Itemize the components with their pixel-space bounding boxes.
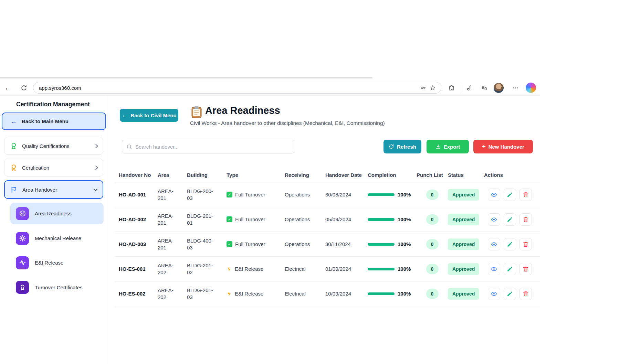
- back-arrow-icon: ←: [11, 118, 17, 125]
- progress-bar: [368, 268, 395, 270]
- export-button[interactable]: Export: [427, 140, 469, 153]
- type-label: E&I Release: [235, 266, 263, 272]
- punch-list-cell: 0: [417, 239, 448, 249]
- screen: ← app.syros360.com Certi: [0, 0, 641, 364]
- sidebar-item-area-handover[interactable]: Area Handover: [4, 180, 103, 199]
- status-cell: Approved: [448, 214, 484, 225]
- sidebar-subitem-label: Mechanical Release: [35, 235, 81, 241]
- completion-cell: 100%: [368, 290, 417, 297]
- sidebar-subitem-ei-release[interactable]: E&I Release: [10, 253, 104, 272]
- pencil-icon: [507, 266, 513, 272]
- area-cell: AREA-201: [158, 237, 187, 251]
- check-circle-icon: [16, 207, 29, 220]
- column-header-receiving: Receiving: [285, 172, 325, 178]
- sidebar-subitem-label: Area Readiness: [35, 211, 72, 216]
- flag-icon: [10, 186, 18, 193]
- type-label: Full Turnover: [235, 216, 265, 223]
- edit-button[interactable]: [504, 288, 516, 300]
- handover-date-cell: 01/09/2024: [325, 266, 368, 272]
- view-button[interactable]: [488, 189, 500, 201]
- back-arrow-icon: ←: [4, 84, 11, 92]
- view-button[interactable]: [488, 263, 500, 275]
- extensions-button[interactable]: [446, 83, 456, 93]
- receiving-cell: Electrical: [285, 290, 325, 297]
- puzzle-icon: [448, 85, 455, 91]
- search-input[interactable]: [135, 144, 290, 150]
- browser-menu-button[interactable]: [510, 83, 521, 93]
- edit-button[interactable]: [504, 189, 516, 201]
- actions-cell: [484, 288, 540, 300]
- browser-back-button[interactable]: ←: [3, 83, 13, 93]
- handover-no-cell: HO-AD-002: [119, 216, 158, 223]
- delete-button[interactable]: [519, 288, 532, 300]
- browser-reload-button[interactable]: [19, 83, 29, 93]
- completion-cell: 100%: [368, 266, 417, 272]
- column-header-status: Status: [448, 172, 484, 178]
- back-to-main-menu-button[interactable]: ← Back to Main Menu: [2, 113, 106, 130]
- punch-count-badge: 0: [426, 264, 439, 274]
- delete-button[interactable]: [519, 263, 532, 275]
- browser-essentials-button[interactable]: [464, 83, 474, 93]
- column-header-area: Area: [158, 172, 187, 178]
- completion-cell: 100%: [368, 191, 417, 198]
- copilot-icon[interactable]: [526, 83, 536, 93]
- sidebar-subitem-area-readiness[interactable]: Area Readiness: [10, 203, 104, 224]
- punch-list-cell: 0: [417, 190, 448, 200]
- delete-button[interactable]: [519, 238, 532, 250]
- back-to-civil-menu-button[interactable]: ← Back to Civil Menu: [120, 109, 178, 122]
- punch-list-cell: 0: [417, 264, 448, 274]
- eye-icon: [491, 192, 497, 198]
- table-header-row: Handover No Area Building Type Receiving…: [115, 168, 540, 182]
- view-button[interactable]: [488, 288, 500, 300]
- column-header-type: Type: [227, 172, 285, 178]
- favorites-bar-button[interactable]: [479, 83, 490, 93]
- chevron-right-icon: [94, 165, 98, 170]
- type-cell: ✓ Full Turnover: [227, 241, 285, 248]
- view-button[interactable]: [488, 238, 500, 250]
- refresh-label: Refresh: [397, 144, 416, 150]
- handover-no-cell: HO-ES-002: [119, 290, 158, 297]
- refresh-button[interactable]: Refresh: [383, 140, 421, 153]
- type-cell: ✓ Full Turnover: [227, 216, 285, 223]
- type-label: E&I Release: [235, 290, 263, 297]
- sidebar-subitem-mechanical-release[interactable]: Mechanical Release: [10, 228, 104, 248]
- password-key-icon[interactable]: [418, 83, 428, 93]
- trash-icon: [523, 291, 529, 297]
- edit-button[interactable]: [504, 263, 516, 275]
- pencil-icon: [507, 291, 513, 297]
- new-handover-button[interactable]: + New Handover: [473, 140, 533, 153]
- sidebar-item-certification[interactable]: Certification: [4, 159, 103, 176]
- favorites-list-icon: [481, 85, 488, 91]
- punch-count-badge: 0: [426, 190, 439, 200]
- music-note-icon: [466, 85, 473, 91]
- sidebar-subitem-turnover-certificates[interactable]: Turnover Certificates: [10, 277, 104, 297]
- completion-percent: 100%: [398, 216, 411, 223]
- actions-cell: [484, 263, 540, 275]
- table-row: HO-AD-003 AREA-201 BLDG-400-03 ✓ Full Tu…: [115, 232, 540, 257]
- refresh-icon: [389, 144, 394, 149]
- sidebar-subitem-label: Turnover Certificates: [35, 285, 83, 290]
- delete-button[interactable]: [519, 189, 532, 201]
- view-button[interactable]: [488, 213, 500, 226]
- delete-button[interactable]: [519, 213, 532, 226]
- plus-icon: +: [482, 143, 486, 150]
- handover-date-cell: 30/11/2024: [325, 241, 368, 248]
- building-cell: BLDG-400-03: [187, 237, 227, 251]
- column-header-punch-list: Punch List: [417, 172, 448, 178]
- handover-date-cell: 05/09/2024: [325, 216, 368, 223]
- status-cell: Approved: [448, 189, 484, 201]
- punch-list-cell: 0: [417, 214, 448, 225]
- sidebar-item-label: Quality Certifications: [22, 143, 90, 149]
- favorite-star-icon[interactable]: [428, 83, 438, 93]
- column-header-handover-no: Handover No: [119, 172, 158, 178]
- address-bar[interactable]: app.syros360.com: [33, 82, 441, 94]
- edit-button[interactable]: [504, 213, 516, 226]
- profile-avatar[interactable]: [494, 83, 504, 93]
- edit-button[interactable]: [504, 238, 516, 250]
- chevron-right-icon: [94, 144, 98, 148]
- eye-icon: [491, 266, 497, 272]
- sidebar-item-quality-certifications[interactable]: Quality Certifications: [4, 137, 103, 155]
- clipboard-icon: [191, 106, 202, 118]
- column-header-handover-date: Handover Date: [325, 172, 368, 178]
- type-cell: ✓ E&I Release: [227, 266, 285, 272]
